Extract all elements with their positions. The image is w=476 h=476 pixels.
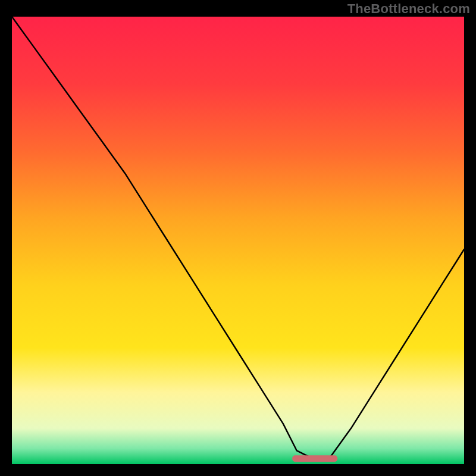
chart-background <box>12 17 464 464</box>
optimum-marker <box>292 455 337 462</box>
chart-frame: TheBottleneck.com <box>0 0 476 476</box>
watermark-text: TheBottleneck.com <box>347 1 470 17</box>
bottleneck-chart <box>12 17 464 464</box>
